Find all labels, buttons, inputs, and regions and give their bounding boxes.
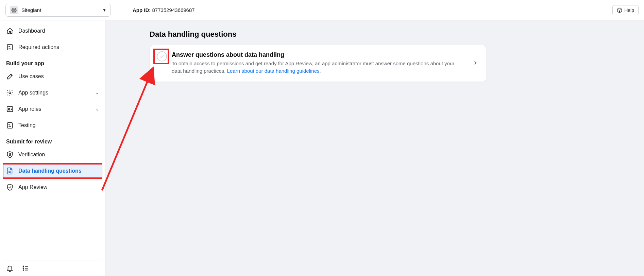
sidebar-item-use-cases[interactable]: Use cases	[3, 69, 102, 84]
svg-point-13	[23, 266, 23, 266]
sidebar: Dashboard Required actions Build your ap…	[0, 20, 105, 276]
sidebar-item-data-handling-questions[interactable]: Data handling questions	[3, 164, 102, 178]
doc-search-icon	[6, 167, 14, 175]
chevron-down-icon: ⌄	[96, 107, 99, 111]
checklist-icon	[6, 122, 14, 129]
top-bar: Sitegiant ▼ App ID: 877352943669687 Help	[0, 0, 644, 20]
svg-rect-8	[7, 107, 13, 112]
sidebar-item-verification[interactable]: Verification	[3, 148, 102, 162]
sidebar-item-testing[interactable]: Testing	[3, 118, 102, 133]
roles-icon	[6, 105, 14, 113]
sidebar-item-label: Testing	[18, 122, 36, 128]
card-title: Answer questions about data handling	[172, 51, 463, 58]
pencil-icon	[6, 73, 14, 80]
home-icon	[6, 27, 14, 35]
app-selector-dropdown[interactable]: Sitegiant ▼	[5, 4, 111, 17]
card-description: To obtain access to permissions and get …	[172, 60, 463, 75]
app-logo-icon	[10, 6, 18, 14]
svg-line-16	[102, 68, 153, 190]
svg-rect-11	[9, 154, 11, 156]
svg-point-1	[12, 9, 17, 11]
sidebar-section-build: Build your app	[3, 56, 102, 69]
shield-check-icon	[6, 184, 14, 191]
sidebar-item-required-actions[interactable]: Required actions	[3, 40, 102, 54]
bell-icon[interactable]	[6, 264, 14, 272]
page-title: Data handling questions	[150, 30, 486, 39]
status-incomplete-icon	[157, 51, 167, 62]
app-id-label: App ID:	[133, 7, 151, 13]
svg-point-5	[620, 11, 620, 12]
svg-point-0	[14, 10, 15, 11]
sidebar-item-app-settings[interactable]: App settings ⌄	[3, 86, 102, 100]
data-handling-card[interactable]: Answer questions about data handling To …	[150, 45, 486, 82]
sidebar-item-label: App roles	[18, 106, 41, 112]
app-id-value: 877352943669687	[152, 7, 195, 13]
app-selector-name: Sitegiant	[21, 7, 41, 13]
app-id-display: App ID: 877352943669687	[133, 7, 195, 13]
activity-log-icon[interactable]	[22, 264, 29, 272]
sidebar-item-label: Dashboard	[18, 28, 45, 34]
sidebar-item-label: Verification	[18, 152, 45, 158]
card-description-suffix: .	[320, 68, 321, 74]
svg-point-12	[9, 171, 10, 173]
checklist-icon	[6, 44, 14, 51]
sidebar-item-label: Required actions	[18, 44, 59, 50]
help-button[interactable]: Help	[612, 5, 639, 15]
svg-point-14	[23, 268, 23, 269]
sidebar-item-label: App Review	[18, 184, 47, 190]
sidebar-item-app-review[interactable]: App Review	[3, 180, 102, 194]
sidebar-item-app-roles[interactable]: App roles ⌄	[3, 102, 102, 116]
svg-rect-10	[7, 123, 13, 128]
svg-rect-6	[7, 45, 13, 50]
sidebar-item-label: Data handling questions	[18, 168, 82, 174]
sidebar-footer	[3, 260, 102, 276]
help-label: Help	[624, 7, 634, 13]
sidebar-section-submit: Submit for review	[3, 135, 102, 148]
chevron-down-icon: ⌄	[96, 90, 99, 95]
svg-point-15	[23, 270, 23, 270]
sidebar-item-label: Use cases	[18, 73, 44, 80]
shield-lock-icon	[6, 151, 14, 158]
help-icon	[617, 7, 622, 13]
svg-point-9	[8, 108, 10, 109]
guidelines-link[interactable]: Learn about our data handling guidelines	[227, 68, 320, 74]
caret-down-icon: ▼	[102, 8, 106, 13]
sidebar-item-dashboard[interactable]: Dashboard	[3, 24, 102, 38]
sidebar-item-label: App settings	[18, 90, 48, 96]
main-content: Data handling questions Answer questions…	[105, 20, 644, 276]
chevron-right-icon	[472, 60, 479, 66]
gear-icon	[6, 89, 14, 97]
svg-point-7	[9, 92, 11, 94]
